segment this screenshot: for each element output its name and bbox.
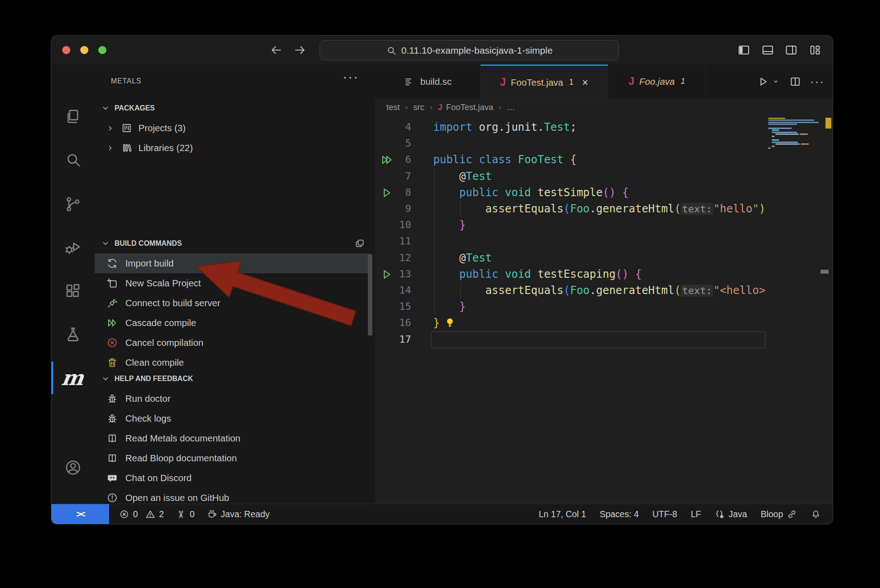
status-item-ln-17-col-1[interactable]: Ln 17, Col 1 [539, 509, 586, 519]
sidebar-item-projects-3-[interactable]: Projects (3) [95, 118, 371, 138]
toggle-panel-button[interactable] [761, 43, 775, 59]
more-editor-actions-button[interactable]: ··· [810, 75, 825, 89]
status-item-bell[interactable] [811, 509, 821, 519]
java-status-label: Java: Ready [221, 509, 270, 519]
status-item-spaces-4[interactable]: Spaces: 4 [600, 509, 639, 519]
source-control-icon [64, 195, 82, 213]
search-icon [64, 151, 82, 169]
run-dropdown-chevron[interactable] [771, 77, 780, 86]
activity-item-beaker[interactable] [51, 317, 94, 352]
status-item-lf[interactable]: LF [691, 509, 701, 519]
active-indicator [51, 362, 53, 394]
sidebar-item-label: Projects (3) [138, 123, 186, 133]
activity-item-run-debug[interactable] [51, 230, 94, 265]
tab-footest-java[interactable]: JFooTest.java1× [481, 64, 608, 99]
close-window-button[interactable] [62, 46, 70, 54]
section-header-help-and-feedback[interactable]: HELP AND FEEDBACK [95, 369, 370, 389]
activity-item-files[interactable] [51, 100, 94, 134]
breadcrumb-item[interactable]: JFooTest.java [438, 102, 493, 112]
status-item-bloop[interactable]: Bloop [761, 509, 797, 519]
code-line[interactable]: 16} [375, 315, 766, 331]
activity-item-source-control[interactable] [51, 187, 94, 221]
sidebar-item-cancel-compilation[interactable]: Cancel compilation [95, 333, 371, 353]
sidebar-item-label: Clean compile [125, 357, 184, 368]
customize-layout-button[interactable] [808, 43, 822, 59]
sidebar-item-chat-on-discord[interactable]: Chat on Discord [95, 468, 371, 488]
remote-indicator[interactable]: >< [51, 504, 109, 524]
tab-build-sc[interactable]: build.sc [375, 64, 481, 98]
minimap-line [800, 133, 808, 135]
navigate-back-button[interactable] [270, 43, 283, 59]
code-line[interactable]: 10 } [375, 217, 766, 233]
lay4-layout-icon [808, 43, 822, 57]
minimap[interactable] [768, 118, 828, 156]
code-text: assertEquals(Foo.generateHtml(text:"hell… [433, 201, 765, 217]
sidebar-item-check-logs[interactable]: Check logs [95, 409, 371, 428]
code-line[interactable]: 14 assertEquals(Foo.generateHtml(text:"<… [375, 282, 766, 299]
status-item-utf-8[interactable]: UTF-8 [652, 509, 677, 519]
build-file-icon [403, 76, 415, 87]
chevron-right-icon [105, 124, 115, 133]
sidebar-item-label: Chat on Discord [125, 473, 192, 483]
sidebar-item-new-scala-project[interactable]: New Scala Project [95, 273, 371, 293]
chevron-down-small-icon [771, 77, 780, 86]
sidebar-more-actions-button[interactable]: ··· [343, 69, 359, 84]
maximize-window-button[interactable] [98, 46, 106, 54]
sidebar-item-connect-to-build-server[interactable]: Connect to build server [95, 293, 371, 313]
breadcrumb-item[interactable]: src [413, 102, 425, 112]
sidebar-item-read-metals-documentation[interactable]: Read Metals documentation [95, 428, 371, 448]
ports-status[interactable]: 0 [176, 509, 195, 519]
chevron-down-icon [101, 239, 110, 248]
command-center-search[interactable]: 0.11.10-example-basicjava-1-simple [320, 40, 619, 60]
sidebar-item-run-doctor[interactable]: Run doctor [95, 389, 371, 409]
toggle-secondary-sidebar-button[interactable] [784, 43, 798, 59]
code-line[interactable]: 9 assertEquals(Foo.generateHtml(text:"he… [375, 201, 766, 217]
code-line[interactable]: 7 @Test [375, 168, 766, 184]
code-line[interactable]: 11 [375, 233, 766, 249]
code-line[interactable]: 8 public void testSimple() { [375, 184, 766, 201]
split-editor-button[interactable] [789, 75, 802, 88]
code-area[interactable]: 4import org.junit.Test;56public class Fo… [375, 116, 766, 504]
code-line[interactable]: 13 public void testEscaping() { [375, 266, 766, 282]
activity-item-search[interactable] [51, 142, 94, 177]
status-item-java[interactable]: Java [715, 509, 747, 519]
sidebar-scrollbar-thumb[interactable] [368, 254, 372, 335]
toggle-primary-sidebar-button[interactable] [737, 43, 751, 59]
section-header-packages[interactable]: PACKAGES [95, 98, 370, 118]
token: ( [674, 202, 681, 215]
sidebar-item-libraries-22-[interactable]: Libraries (22) [95, 138, 371, 158]
breadcrumb-item[interactable]: … [507, 102, 515, 112]
code-line[interactable]: 17 [375, 331, 766, 348]
sidebar-item-cascade-compile[interactable]: Cascade compile [95, 313, 371, 333]
sidebar-item-label: Read Bloop documentation [125, 453, 237, 464]
token: FooTest [518, 153, 564, 166]
section-header-build-commands[interactable]: BUILD COMMANDS [95, 234, 370, 253]
java-status[interactable]: Java: Ready [206, 509, 270, 519]
code-line[interactable]: 15 } [375, 299, 766, 315]
sidebar-item-open-an-issue-on-github[interactable]: Open an issue on GitHub [95, 488, 371, 504]
breadcrumb-item[interactable]: test [386, 102, 400, 112]
activity-item-account[interactable] [51, 450, 94, 485]
errors-icon [119, 509, 129, 519]
run-java-button[interactable] [756, 75, 769, 88]
lightbulb-icon[interactable] [444, 317, 456, 329]
code-line[interactable]: 5 [375, 135, 766, 152]
token: { [635, 268, 642, 280]
problems-status[interactable]: 0 2 [119, 509, 164, 519]
tab-foo-java[interactable]: JFoo.java1 [608, 64, 706, 98]
navigate-forward-button[interactable] [293, 43, 307, 59]
token: () [603, 186, 616, 199]
sidebar-item-import-build[interactable]: Import build [95, 253, 371, 273]
token: @ [433, 170, 466, 183]
code-line[interactable]: 12 @Test [375, 250, 766, 266]
activity-item-metals[interactable]: m [51, 361, 94, 395]
editor-actions: ··· [756, 64, 825, 99]
code-line[interactable]: 4import org.junit.Test; [375, 119, 766, 135]
minimize-window-button[interactable] [80, 46, 88, 54]
close-tab-icon[interactable]: × [582, 78, 588, 87]
code-line[interactable]: 6public class FooTest { [375, 152, 766, 168]
section-action-button[interactable] [354, 238, 365, 249]
sidebar-item-read-bloop-documentation[interactable]: Read Bloop documentation [95, 448, 371, 468]
activity-item-extensions[interactable] [51, 274, 94, 308]
plug-icon [106, 297, 118, 309]
